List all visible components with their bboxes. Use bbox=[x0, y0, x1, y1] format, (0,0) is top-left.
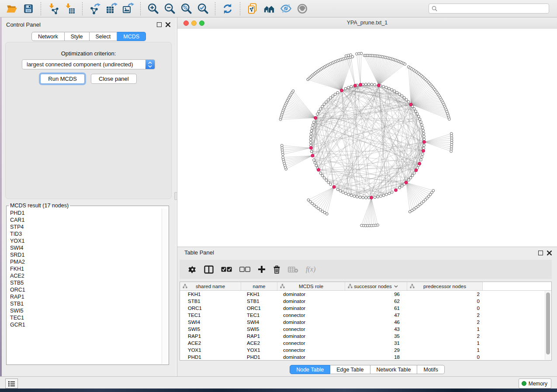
graph-mcds-node[interactable] bbox=[377, 84, 380, 87]
graph-mcds-node[interactable] bbox=[353, 84, 356, 87]
open-file-button[interactable] bbox=[5, 2, 19, 16]
graph-node[interactable] bbox=[329, 183, 332, 186]
graph-node[interactable] bbox=[391, 191, 393, 193]
graph-node[interactable] bbox=[311, 124, 314, 126]
graph-node[interactable] bbox=[380, 195, 382, 198]
graph-node[interactable] bbox=[345, 192, 347, 195]
graph-node[interactable] bbox=[377, 196, 379, 198]
graph-node[interactable] bbox=[385, 193, 388, 196]
mcds-result-item[interactable]: YOX1 bbox=[10, 237, 162, 244]
graph-node[interactable] bbox=[370, 83, 373, 86]
graph-node[interactable] bbox=[323, 177, 325, 179]
network-graph-svg[interactable] bbox=[177, 29, 557, 247]
graph-node[interactable] bbox=[411, 174, 414, 177]
graph-node[interactable] bbox=[405, 99, 408, 101]
graph-node[interactable] bbox=[450, 150, 453, 153]
zoom-fit-button[interactable] bbox=[179, 2, 193, 16]
graph-node[interactable] bbox=[388, 87, 391, 90]
graph-node[interactable] bbox=[314, 162, 316, 164]
tab-mcds[interactable]: MCDS bbox=[117, 32, 146, 41]
graph-node[interactable] bbox=[382, 85, 385, 88]
function-builder-button[interactable]: f(x) bbox=[306, 264, 315, 275]
graph-node[interactable] bbox=[310, 150, 313, 153]
graph-node[interactable] bbox=[415, 110, 417, 113]
graph-mcds-node[interactable] bbox=[405, 181, 408, 184]
create-column-button[interactable] bbox=[258, 264, 266, 275]
graph-mcds-node[interactable] bbox=[359, 83, 362, 86]
column-header-name[interactable]: name bbox=[241, 282, 277, 290]
delete-column-button[interactable] bbox=[273, 264, 280, 275]
graph-node[interactable] bbox=[393, 90, 396, 93]
graph-node[interactable] bbox=[321, 174, 324, 177]
graph-mcds-node[interactable] bbox=[422, 149, 425, 152]
graph-node[interactable] bbox=[413, 107, 415, 110]
graph-node[interactable] bbox=[313, 121, 315, 124]
graph-node[interactable] bbox=[391, 89, 393, 91]
column-header-predecessor-nodes[interactable]: predecessor nodes bbox=[407, 282, 483, 290]
graph-node[interactable] bbox=[408, 210, 411, 213]
graph-mcds-node[interactable] bbox=[311, 154, 314, 157]
graph-node[interactable] bbox=[362, 196, 364, 199]
mcds-result-item[interactable]: ACE2 bbox=[10, 272, 162, 279]
graph-node[interactable] bbox=[336, 188, 339, 191]
zoom-in-button[interactable] bbox=[146, 2, 160, 16]
graph-node[interactable] bbox=[339, 190, 342, 193]
graph-node[interactable] bbox=[422, 129, 425, 132]
hide-graphics-details-button[interactable] bbox=[279, 2, 293, 16]
table-row[interactable]: SWI5SWI5connector431 bbox=[180, 326, 551, 333]
mcds-result-item[interactable]: STB5 bbox=[10, 279, 162, 286]
column-header-shared-name[interactable]: shared name bbox=[180, 282, 241, 290]
graph-node[interactable] bbox=[423, 135, 426, 138]
import-table-button[interactable] bbox=[63, 2, 77, 16]
zoom-selected-button[interactable] bbox=[196, 2, 210, 16]
graph-node[interactable] bbox=[404, 63, 406, 65]
graph-node[interactable] bbox=[350, 86, 353, 88]
export-table-button[interactable] bbox=[104, 2, 118, 16]
graph-node[interactable] bbox=[325, 101, 328, 103]
network-window-titlebar[interactable]: YPA_prune.txt_1 bbox=[177, 17, 557, 29]
hide-panels-button[interactable] bbox=[262, 2, 276, 16]
graph-node[interactable] bbox=[407, 100, 410, 103]
graph-node[interactable] bbox=[309, 138, 312, 141]
graph-node[interactable] bbox=[408, 179, 410, 181]
tab-node-table[interactable]: Node Table bbox=[290, 365, 330, 374]
table-row[interactable]: STB1STB1dominator620 bbox=[180, 298, 551, 305]
float-window-icon[interactable] bbox=[157, 22, 162, 27]
mcds-list-scrollbar[interactable] bbox=[162, 209, 168, 364]
graph-node[interactable] bbox=[365, 83, 367, 86]
graph-node[interactable] bbox=[398, 186, 401, 189]
graph-mcds-node[interactable] bbox=[340, 89, 343, 92]
graph-mcds-node[interactable] bbox=[423, 141, 426, 144]
graph-node[interactable] bbox=[416, 113, 419, 115]
mcds-result-item[interactable]: STP4 bbox=[10, 224, 162, 230]
search-field[interactable] bbox=[429, 3, 549, 14]
graph-node[interactable] bbox=[344, 87, 347, 90]
table-row[interactable]: TEC1TEC1connector472 bbox=[180, 312, 551, 319]
export-network-button[interactable] bbox=[88, 2, 102, 16]
graph-node[interactable] bbox=[321, 105, 324, 108]
graph-node[interactable] bbox=[334, 93, 336, 96]
close-panel-button[interactable]: Close panel bbox=[91, 74, 137, 84]
graph-node[interactable] bbox=[403, 96, 405, 99]
graph-node[interactable] bbox=[327, 181, 330, 184]
graph-node[interactable] bbox=[421, 156, 423, 158]
graph-node[interactable] bbox=[310, 135, 312, 138]
select-all-columns-button[interactable] bbox=[221, 264, 232, 275]
mcds-result-item[interactable]: STB1 bbox=[10, 300, 162, 307]
graph-node[interactable] bbox=[413, 172, 415, 175]
graph-node[interactable] bbox=[280, 144, 283, 147]
table-row[interactable]: ORC1ORC1dominator610 bbox=[180, 305, 551, 312]
graph-node[interactable] bbox=[374, 196, 376, 199]
graph-node[interactable] bbox=[422, 127, 424, 129]
show-graphics-details-button[interactable] bbox=[295, 2, 309, 16]
float-window-icon[interactable] bbox=[538, 251, 543, 255]
graph-mcds-node[interactable] bbox=[317, 168, 320, 172]
graph-node[interactable] bbox=[360, 224, 363, 227]
mcds-result-item[interactable]: PMA2 bbox=[10, 258, 162, 265]
mcds-result-item[interactable]: TID3 bbox=[10, 230, 162, 237]
mcds-result-item[interactable]: TEC1 bbox=[10, 314, 162, 321]
graph-node[interactable] bbox=[419, 118, 421, 120]
graph-node[interactable] bbox=[401, 185, 403, 187]
graph-node[interactable] bbox=[292, 90, 294, 93]
table-row[interactable]: PHD1PHD1dominator180 bbox=[180, 354, 551, 361]
